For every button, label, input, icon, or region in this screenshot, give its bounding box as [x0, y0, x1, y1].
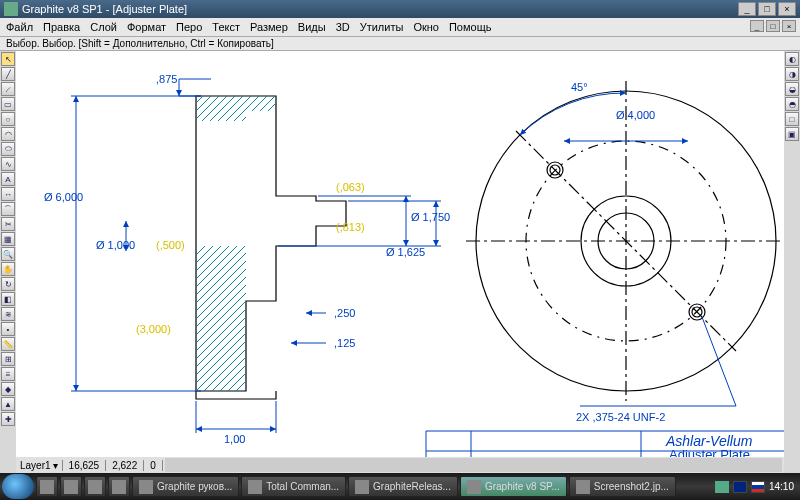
tool-trim-icon[interactable]: ✂ — [1, 217, 15, 231]
rtool-2-icon[interactable]: ◑ — [785, 67, 799, 81]
dim-813: (,813) — [336, 221, 365, 233]
tool-misc2-icon[interactable]: ▲ — [1, 397, 15, 411]
task-graphite-app[interactable]: Graphite v8 SP... — [460, 476, 567, 497]
dim-3000: (3,000) — [136, 323, 171, 335]
task-label: Graphite v8 SP... — [485, 481, 560, 492]
system-tray: 14:10 — [715, 481, 798, 493]
tool-group-icon[interactable]: ⊞ — [1, 352, 15, 366]
windows-taskbar: Graphite руков... Total Comman... Graphi… — [0, 473, 800, 500]
graphite-icon — [467, 480, 481, 494]
tool-offset-icon[interactable]: ≋ — [1, 307, 15, 321]
quicklaunch-1[interactable] — [36, 476, 58, 497]
tool-pan-icon[interactable]: ✋ — [1, 262, 15, 276]
tool-layer-icon[interactable]: ≡ — [1, 367, 15, 381]
tool-polyline-icon[interactable]: ⟋ — [1, 82, 15, 96]
app-icon — [4, 2, 18, 16]
tool-hatch-icon[interactable]: ▦ — [1, 232, 15, 246]
coord-y: 2,622 — [106, 460, 144, 471]
mdi-close-button[interactable]: × — [782, 20, 796, 32]
rtool-4-icon[interactable]: ◓ — [785, 97, 799, 111]
app-icon-4 — [112, 480, 126, 494]
task-screenshot[interactable]: Screenshot2.jp... — [569, 476, 676, 497]
menu-help[interactable]: Помощь — [449, 21, 492, 33]
rtool-5-icon[interactable]: □ — [785, 112, 799, 126]
tool-ellipse-icon[interactable]: ⬭ — [1, 142, 15, 156]
start-button[interactable] — [2, 474, 34, 499]
menu-file[interactable]: Файл — [6, 21, 33, 33]
dim-125: ,125 — [334, 337, 355, 349]
tool-arc-icon[interactable]: ◠ — [1, 127, 15, 141]
mdi-window-controls: _ □ × — [750, 20, 796, 32]
task-label: GraphiteReleas... — [373, 481, 451, 492]
dim-6000: Ø 6,000 — [44, 191, 83, 203]
lang-en-icon[interactable] — [733, 481, 747, 493]
dropdown-icon: ▾ — [53, 460, 58, 471]
titleblock-part: Adjuster Plate — [669, 447, 750, 457]
tool-zoom-icon[interactable]: 🔍 — [1, 247, 15, 261]
tool-fillet-icon[interactable]: ⌒ — [1, 202, 15, 216]
menu-format[interactable]: Формат — [127, 21, 166, 33]
mdi-minimize-button[interactable]: _ — [750, 20, 764, 32]
tool-dim-icon[interactable]: ↔ — [1, 187, 15, 201]
dim-thread: 2X ,375-24 UNF-2 — [576, 411, 665, 423]
minimize-button[interactable]: _ — [738, 2, 756, 16]
window-title: Graphite v8 SP1 - [Adjuster Plate] — [22, 3, 736, 15]
tool-mirror-icon[interactable]: ◧ — [1, 292, 15, 306]
menu-window[interactable]: Окно — [413, 21, 439, 33]
menu-edit[interactable]: Правка — [43, 21, 80, 33]
horizontal-scrollbar[interactable] — [165, 458, 782, 472]
quicklaunch-3[interactable] — [84, 476, 106, 497]
menu-views[interactable]: Виды — [298, 21, 326, 33]
task-totalcmd[interactable]: Total Comman... — [241, 476, 346, 497]
rtool-6-icon[interactable]: ▣ — [785, 127, 799, 141]
rtool-1-icon[interactable]: ◐ — [785, 52, 799, 66]
dim-4000: Ø 4,000 — [616, 109, 655, 121]
svg-line-29 — [702, 317, 736, 406]
dim-1625: Ø 1,625 — [386, 246, 425, 258]
quicklaunch-2[interactable] — [60, 476, 82, 497]
close-button[interactable]: × — [778, 2, 796, 16]
menu-text[interactable]: Текст — [212, 21, 240, 33]
menu-3d[interactable]: 3D — [336, 21, 350, 33]
app-icon-1 — [40, 480, 54, 494]
tool-rotate-icon[interactable]: ↻ — [1, 277, 15, 291]
dim-875: ,875 — [156, 73, 177, 85]
folder-icon — [355, 480, 369, 494]
menu-dim[interactable]: Размер — [250, 21, 288, 33]
task-label: Graphite руков... — [157, 481, 232, 492]
rtool-3-icon[interactable]: ◒ — [785, 82, 799, 96]
work-area: ↖ ╱ ⟋ ▭ ○ ◠ ⬭ ∿ A ↔ ⌒ ✂ ▦ 🔍 ✋ ↻ ◧ ≋ • 📏 … — [0, 51, 800, 473]
task-graphite-manual[interactable]: Graphite руков... — [132, 476, 239, 497]
dim-250: ,250 — [334, 307, 355, 319]
layer-selector[interactable]: Layer1 ▾ — [16, 460, 63, 471]
mdi-restore-button[interactable]: □ — [766, 20, 780, 32]
task-graphite-release[interactable]: GraphiteReleas... — [348, 476, 458, 497]
tool-text-icon[interactable]: A — [1, 172, 15, 186]
tool-rect-icon[interactable]: ▭ — [1, 97, 15, 111]
menu-layer[interactable]: Слой — [90, 21, 117, 33]
tool-circle-icon[interactable]: ○ — [1, 112, 15, 126]
tool-spline-icon[interactable]: ∿ — [1, 157, 15, 171]
tool-misc1-icon[interactable]: ◆ — [1, 382, 15, 396]
quicklaunch-4[interactable] — [108, 476, 130, 497]
lang-ru-icon[interactable] — [751, 481, 765, 493]
menu-util[interactable]: Утилиты — [360, 21, 404, 33]
menu-pen[interactable]: Перо — [176, 21, 202, 33]
tool-measure-icon[interactable]: 📏 — [1, 337, 15, 351]
tray-icon-1[interactable] — [715, 481, 729, 493]
window-titlebar: Graphite v8 SP1 - [Adjuster Plate] _ □ × — [0, 0, 800, 18]
left-toolbar: ↖ ╱ ⟋ ▭ ○ ◠ ⬭ ∿ A ↔ ⌒ ✂ ▦ 🔍 ✋ ↻ ◧ ≋ • 📏 … — [0, 51, 16, 473]
image-icon — [576, 480, 590, 494]
tool-select-icon[interactable]: ↖ — [1, 52, 15, 66]
app-icon-3 — [88, 480, 102, 494]
drawing-canvas[interactable]: ,875 Ø 6,000 Ø 1,000 (,500) (3,000) (,06… — [16, 51, 784, 457]
clock[interactable]: 14:10 — [769, 481, 794, 492]
coord-z: 0 — [144, 460, 163, 471]
coord-x: 16,625 — [63, 460, 107, 471]
tool-hint-text: Выбор. Выбор. [Shift = Дополнительно, Ct… — [6, 38, 274, 49]
tool-misc3-icon[interactable]: ✚ — [1, 412, 15, 426]
task-label: Total Comman... — [266, 481, 339, 492]
maximize-button[interactable]: □ — [758, 2, 776, 16]
tool-point-icon[interactable]: • — [1, 322, 15, 336]
tool-line-icon[interactable]: ╱ — [1, 67, 15, 81]
